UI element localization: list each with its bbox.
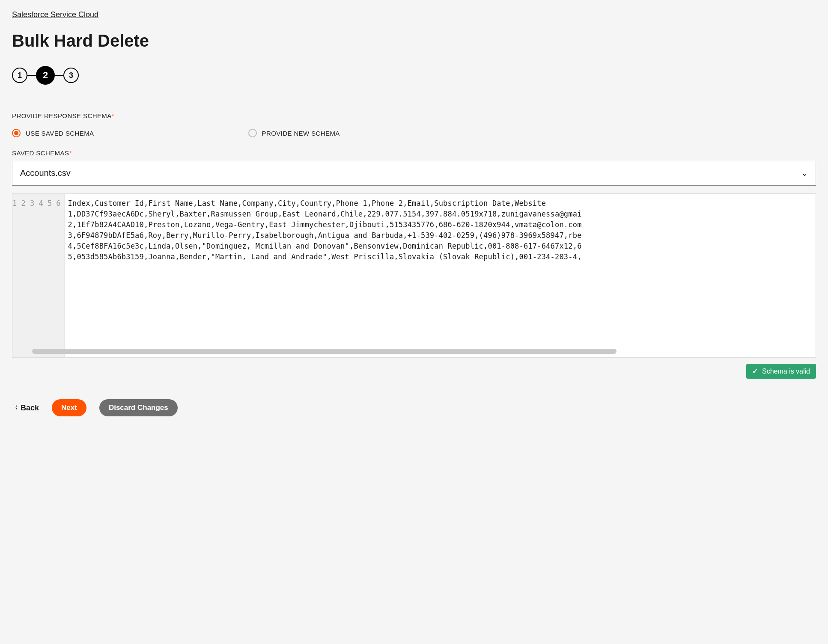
status-badge: ✓ Schema is valid [746,364,816,379]
step-2[interactable]: 2 [36,66,55,85]
scrollbar-thumb[interactable] [32,349,617,354]
breadcrumb-link[interactable]: Salesforce Service Cloud [12,10,98,19]
next-button[interactable]: Next [52,399,86,416]
select-value: Accounts.csv [20,168,71,178]
radio-label: PROVIDE NEW SCHEMA [262,130,340,137]
action-bar: 〈 Back Next Discard Changes [12,399,816,416]
radio-indicator [248,129,257,137]
chevron-down-icon: ⌄ [801,169,808,178]
step-3[interactable]: 3 [63,68,79,83]
stepper: 1 2 3 [12,66,816,85]
saved-schemas-select[interactable]: Accounts.csv ⌄ [12,161,816,186]
page-title: Bulk Hard Delete [12,31,816,50]
radio-dot-icon [14,131,18,135]
chevron-left-icon: 〈 [12,404,18,412]
editor-gutter: 1 2 3 4 5 6 [12,194,65,357]
step-connector [55,75,63,76]
radio-provide-new-schema[interactable]: PROVIDE NEW SCHEMA [248,129,340,137]
schema-radio-group: USE SAVED SCHEMA PROVIDE NEW SCHEMA [12,129,816,137]
discard-changes-button[interactable]: Discard Changes [99,399,178,416]
back-button[interactable]: 〈 Back [12,404,39,413]
step-connector [27,75,36,76]
status-text: Schema is valid [762,368,810,375]
radio-label: USE SAVED SCHEMA [26,130,94,137]
schema-editor[interactable]: 1 2 3 4 5 6 Index,Customer Id,First Name… [12,193,816,358]
editor-content[interactable]: Index,Customer Id,First Name,Last Name,C… [65,194,816,357]
step-1[interactable]: 1 [12,68,27,83]
schema-section-label: PROVIDE RESPONSE SCHEMA* [12,112,816,119]
check-icon: ✓ [752,367,758,375]
saved-schemas-label: SAVED SCHEMAS* [12,149,816,157]
radio-use-saved-schema[interactable]: USE SAVED SCHEMA [12,129,94,137]
horizontal-scrollbar[interactable] [32,349,811,354]
radio-indicator [12,129,21,137]
